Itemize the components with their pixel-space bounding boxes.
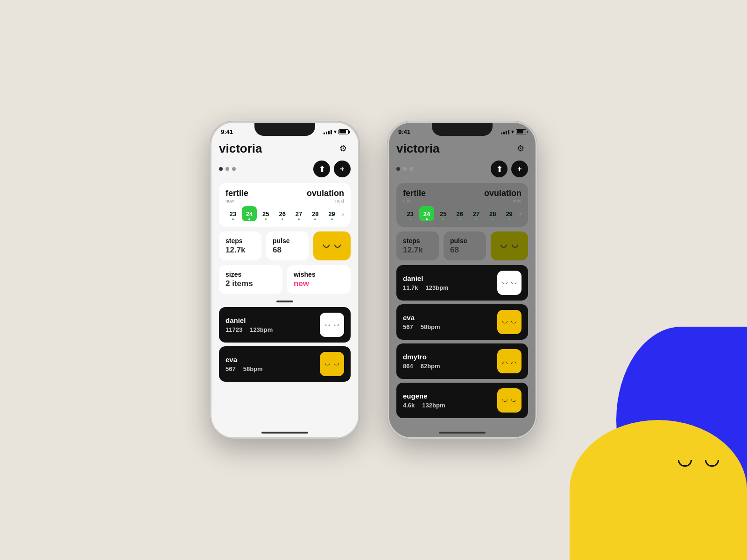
steps-value-1: 12.7k: [226, 245, 255, 255]
wishes-card-1: wishes new: [287, 265, 351, 294]
sizes-card-1: sizes 2 items: [219, 265, 282, 294]
app-title-1: victoria: [219, 141, 262, 156]
cal-day-2-24[interactable]: 24: [419, 206, 434, 221]
pulse-value-1: 68: [273, 245, 302, 255]
status-icons-1: ▾: [324, 129, 349, 135]
friend-card-dmytro-2[interactable]: dmytro 864 62bpm: [396, 343, 528, 379]
face-eyes-1: [323, 245, 341, 248]
cal-day-28[interactable]: 28: [308, 206, 323, 221]
face-eyes-eva: [325, 363, 339, 365]
dot-2-3: [409, 167, 413, 171]
dot-2-2: [403, 167, 407, 171]
wifi-icon-2: ▾: [511, 129, 514, 135]
cal-day-26[interactable]: 26: [275, 206, 289, 221]
cal-day-27[interactable]: 27: [291, 206, 306, 221]
friend-card-eva-2[interactable]: eva 567 58bpm: [396, 304, 528, 340]
scroll-bar-1: [276, 301, 293, 302]
calendar-row-2: 23 24 25 26 27 28 29 ›: [403, 206, 521, 221]
settings-button-1[interactable]: ⚙: [336, 141, 351, 156]
friend-name-daniel-1: daniel: [226, 316, 320, 324]
cal-day-25[interactable]: 25: [259, 206, 273, 221]
friend-steps-eva-2: 567: [403, 323, 413, 330]
action-buttons-2: ⬆ +: [491, 161, 528, 177]
friend-face-eva-2: [497, 310, 521, 334]
share-button-2[interactable]: ⬆: [491, 161, 507, 177]
status-time-2: 9:41: [398, 128, 410, 135]
fertile-now-2: now: [403, 198, 426, 203]
cal-day-2-27[interactable]: 27: [469, 206, 483, 221]
home-indicator-2: [439, 432, 486, 434]
friend-name-daniel-2: daniel: [403, 274, 497, 282]
friend-info-eugene-2: eugene 4.6k 132bpm: [403, 392, 497, 409]
fertile-now-1: now: [226, 198, 248, 203]
cal-day-29[interactable]: 29: [324, 206, 339, 221]
wishes-value-1: new: [294, 279, 344, 288]
cal-day-24[interactable]: 24: [242, 206, 256, 221]
friend-pulse-daniel-2: 123bpm: [426, 284, 449, 291]
cal-day-23[interactable]: 23: [226, 206, 240, 221]
friend-stats-eugene-2: 4.6k 132bpm: [403, 402, 497, 409]
calendar-row-1: 23 24 25 26 27 28 29 ›: [226, 206, 344, 221]
steps-card-1: steps 12.7k: [219, 231, 261, 260]
phones-container: 9:41 ▾ victor: [210, 121, 537, 439]
ovulation-right-2: ovulation next: [484, 189, 521, 203]
add-button-2[interactable]: +: [511, 161, 528, 177]
app-header-2: victoria ⚙: [396, 137, 528, 161]
stats-grid-2: steps 12.7k pulse 68: [396, 231, 528, 260]
action-buttons-1: ⬆ +: [313, 161, 351, 177]
friend-card-eugene-2[interactable]: eugene 4.6k 132bpm: [396, 383, 528, 418]
home-indicator-1: [261, 432, 308, 434]
share-button-1[interactable]: ⬆: [313, 161, 330, 177]
ovulation-label-2: ovulation: [484, 189, 521, 198]
friend-face-eugene-2: [497, 388, 521, 413]
fertile-left-2: fertile now: [403, 189, 426, 203]
friend-stats-eva-1: 567 58bpm: [226, 365, 320, 372]
friend-face-daniel-2: [497, 271, 521, 295]
calendar-chevron-1[interactable]: ›: [342, 210, 344, 217]
friend-pulse-dmytro-2: 62bpm: [421, 363, 440, 370]
settings-button-2[interactable]: ⚙: [513, 141, 528, 156]
blob-eye-right: [705, 460, 719, 467]
friend-card-daniel-1[interactable]: daniel 11723 123bpm: [219, 307, 351, 343]
friend-face-eva-1: [320, 352, 344, 376]
friend-face-daniel-1: [320, 313, 344, 337]
friend-info-eva-1: eva 567 58bpm: [226, 356, 320, 372]
phone-2-screen: 9:41 ▾ victor: [389, 123, 536, 437]
dot-2: [226, 167, 229, 171]
friend-name-eugene-2: eugene: [403, 392, 497, 400]
scroll-indicator-1: [219, 301, 351, 302]
friend-card-daniel-2[interactable]: daniel 11.7k 123bpm: [396, 265, 528, 301]
calendar-chevron-2[interactable]: ›: [519, 210, 521, 217]
cal-day-2-26[interactable]: 26: [452, 206, 467, 221]
friend-stats-daniel-1: 11723 123bpm: [226, 326, 320, 333]
mood-face-2: [491, 231, 528, 260]
stats-row2-1: sizes 2 items wishes new: [219, 265, 351, 294]
mood-face-1: [313, 231, 351, 260]
add-button-1[interactable]: +: [334, 161, 351, 177]
cal-day-2-23[interactable]: 23: [403, 206, 417, 221]
fertile-section-1: fertile now ovulation next 23 24 25 26: [219, 183, 351, 227]
face-eye-left-1: [323, 245, 330, 248]
fertile-label-1: fertile: [226, 189, 248, 198]
ovulation-label-1: ovulation: [307, 189, 344, 198]
friend-steps-dmytro-2: 864: [403, 363, 413, 370]
friend-pulse-eva-1: 58bpm: [243, 365, 263, 372]
notch-1: [254, 123, 315, 136]
friend-stats-eva-2: 567 58bpm: [403, 323, 497, 330]
friend-card-eva-1[interactable]: eva 567 58bpm: [219, 346, 351, 382]
friend-pulse-daniel-1: 123bpm: [250, 326, 273, 333]
cal-day-2-29[interactable]: 29: [502, 206, 516, 221]
blob-face-decoration: [678, 460, 719, 467]
status-icons-2: ▾: [501, 129, 526, 135]
app-content-1: victoria ⚙ ⬆ +: [211, 137, 358, 431]
friend-info-dmytro-2: dmytro 864 62bpm: [403, 353, 497, 370]
friend-name-eva-2: eva: [403, 314, 497, 322]
pulse-label-2: pulse: [450, 237, 479, 245]
phone-1: 9:41 ▾ victor: [210, 121, 359, 439]
face-eye-right-2: [512, 245, 518, 248]
signal-icon-2: [501, 130, 509, 134]
cal-day-2-25[interactable]: 25: [436, 206, 451, 221]
face-eyes-daniel-2: [502, 282, 516, 284]
fertile-label-2: fertile: [403, 189, 426, 198]
cal-day-2-28[interactable]: 28: [486, 206, 500, 221]
